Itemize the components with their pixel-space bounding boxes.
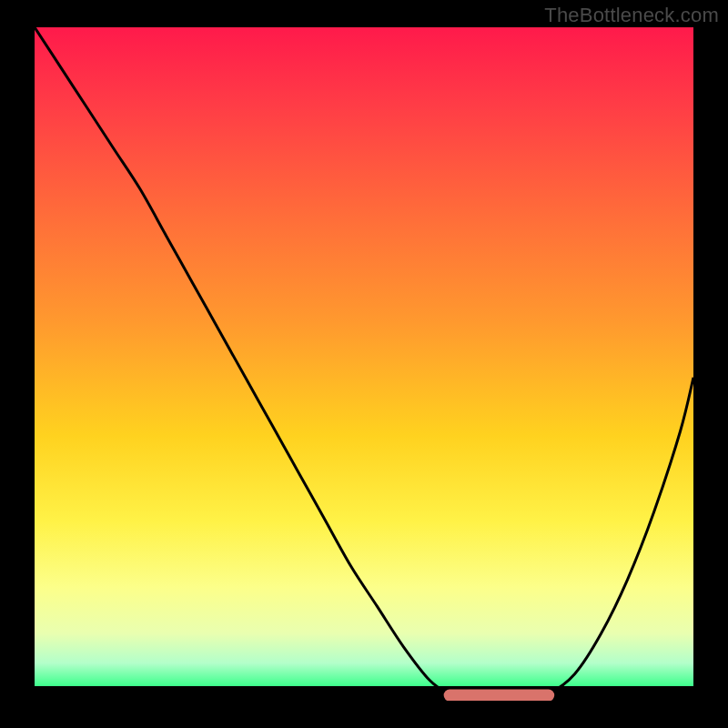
chart-frame: TheBottleneck.com [0, 0, 728, 728]
bottleneck-curve [35, 27, 693, 701]
watermark-text: TheBottleneck.com [544, 4, 719, 27]
curve-layer [35, 27, 693, 701]
plot-area [35, 27, 693, 701]
